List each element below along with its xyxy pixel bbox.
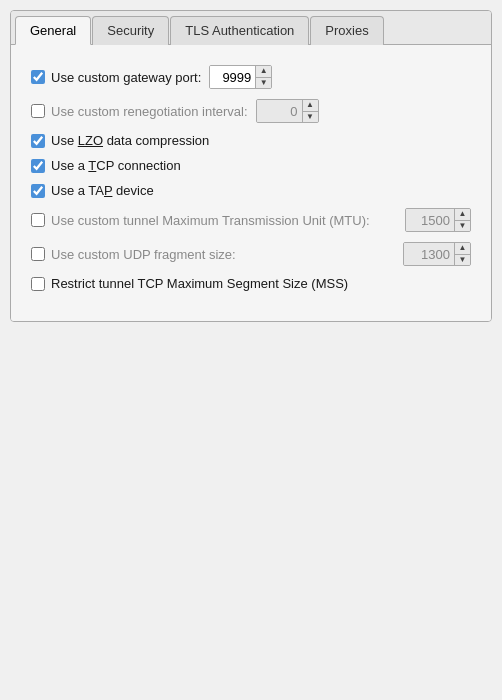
tcp-underline: T (88, 158, 96, 173)
udp-fragment-spinner-buttons: ▲ ▼ (454, 243, 470, 265)
mtu-label[interactable]: Use custom tunnel Maximum Transmission U… (31, 213, 397, 228)
row-gateway-port: Use custom gateway port: ▲ ▼ (31, 65, 471, 89)
mtu-spinner-buttons: ▲ ▼ (454, 209, 470, 231)
mtu-text: Use custom tunnel Maximum Transmission U… (51, 213, 397, 228)
dialog: General Security TLS Authentication Prox… (10, 10, 492, 322)
gateway-port-label[interactable]: Use custom gateway port: (31, 70, 201, 85)
udp-fragment-spin-up[interactable]: ▲ (455, 243, 470, 255)
row-tcp: Use a TCP connection (31, 158, 471, 173)
row-mtu: Use custom tunnel Maximum Transmission U… (31, 208, 471, 232)
tcp-mss-text: Restrict tunnel TCP Maximum Segment Size… (51, 276, 348, 291)
lzo-label[interactable]: Use LZO data compression (31, 133, 209, 148)
tcp-text: Use a TCP connection (51, 158, 181, 173)
renegotiation-spinner: ▲ ▼ (256, 99, 319, 123)
tcp-checkbox[interactable] (31, 159, 45, 173)
renegotiation-spin-up[interactable]: ▲ (303, 100, 318, 112)
udp-fragment-checkbox[interactable] (31, 247, 45, 261)
gateway-port-spinner-buttons: ▲ ▼ (255, 66, 271, 88)
udp-fragment-label[interactable]: Use custom UDP fragment size: (31, 247, 395, 262)
lzo-checkbox[interactable] (31, 134, 45, 148)
tab-security[interactable]: Security (92, 16, 169, 45)
renegotiation-checkbox[interactable] (31, 104, 45, 118)
gateway-port-text: Use custom gateway port: (51, 70, 201, 85)
renegotiation-label[interactable]: Use custom renegotiation interval: (31, 104, 248, 119)
mtu-spin-down[interactable]: ▼ (455, 221, 470, 232)
tab-content-general: Use custom gateway port: ▲ ▼ Use custom … (11, 45, 491, 321)
row-renegotiation: Use custom renegotiation interval: ▲ ▼ (31, 99, 471, 123)
renegotiation-spin-down[interactable]: ▼ (303, 112, 318, 123)
gateway-port-checkbox[interactable] (31, 70, 45, 84)
lzo-text: Use LZO data compression (51, 133, 209, 148)
mtu-spinner: ▲ ▼ (405, 208, 471, 232)
tap-label[interactable]: Use a TAP device (31, 183, 154, 198)
udp-fragment-text: Use custom UDP fragment size: (51, 247, 395, 262)
lzo-underline: LZO (78, 133, 103, 148)
row-udp-fragment: Use custom UDP fragment size: ▲ ▼ (31, 242, 471, 266)
tab-general[interactable]: General (15, 16, 91, 45)
gateway-port-input[interactable] (210, 66, 255, 88)
renegotiation-text: Use custom renegotiation interval: (51, 104, 248, 119)
gateway-port-spin-up[interactable]: ▲ (256, 66, 271, 78)
renegotiation-input[interactable] (257, 100, 302, 122)
udp-fragment-input[interactable] (404, 243, 454, 265)
udp-fragment-spin-down[interactable]: ▼ (455, 255, 470, 266)
gateway-port-spin-down[interactable]: ▼ (256, 78, 271, 89)
tcp-label[interactable]: Use a TCP connection (31, 158, 181, 173)
row-tap: Use a TAP device (31, 183, 471, 198)
row-tcp-mss: Restrict tunnel TCP Maximum Segment Size… (31, 276, 471, 291)
udp-fragment-spinner: ▲ ▼ (403, 242, 471, 266)
tap-underline: P (104, 183, 112, 198)
gateway-port-spinner: ▲ ▼ (209, 65, 272, 89)
tab-bar: General Security TLS Authentication Prox… (11, 11, 491, 45)
mtu-checkbox[interactable] (31, 213, 45, 227)
tap-text: Use a TAP device (51, 183, 154, 198)
tap-checkbox[interactable] (31, 184, 45, 198)
tcp-mss-label[interactable]: Restrict tunnel TCP Maximum Segment Size… (31, 276, 348, 291)
renegotiation-spinner-buttons: ▲ ▼ (302, 100, 318, 122)
tab-proxies[interactable]: Proxies (310, 16, 383, 45)
tab-tls-auth[interactable]: TLS Authentication (170, 16, 309, 45)
row-lzo: Use LZO data compression (31, 133, 471, 148)
mtu-spin-up[interactable]: ▲ (455, 209, 470, 221)
tcp-mss-checkbox[interactable] (31, 277, 45, 291)
mtu-input[interactable] (406, 209, 454, 231)
